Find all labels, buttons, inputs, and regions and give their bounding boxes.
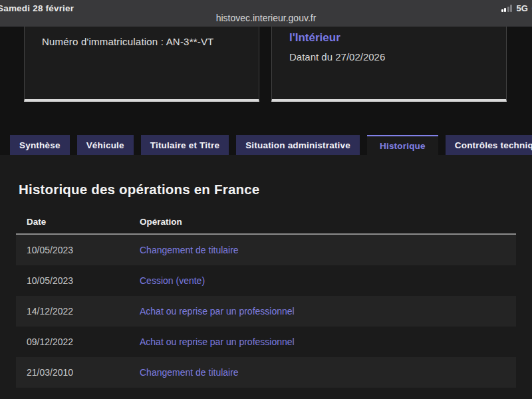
operation-link[interactable]: Achat ou reprise par un professionnel <box>129 336 516 347</box>
panel-title: Historique des opérations en France <box>19 182 532 198</box>
operation-date: 09/12/2022 <box>16 336 129 347</box>
section-tabs: SynthèseVéhiculeTitulaire et TitreSituat… <box>0 135 532 155</box>
report-date: Datant du 27/02/2026 <box>289 51 506 63</box>
table-body: 10/05/2023Changement de titulaire10/05/2… <box>16 235 516 388</box>
table-row: 09/12/2022Achat ou reprise par un profes… <box>16 327 516 357</box>
status-indicators: 5G 6 <box>501 3 532 13</box>
operations-table: Date Opération 10/05/2023Changement de t… <box>16 209 516 388</box>
operation-date: 10/05/2023 <box>16 245 129 255</box>
tab-controles-techniques[interactable]: Contrôles techniques <box>446 135 532 155</box>
operation-link[interactable]: Changement de titulaire <box>129 367 516 378</box>
network-type-label: 5G <box>516 3 527 13</box>
report-title: l'Intérieur <box>289 31 506 45</box>
report-card: l'Intérieur Datant du 27/02/2026 <box>271 27 507 102</box>
operation-date: 14/12/2022 <box>16 306 129 317</box>
registration-number: Numéro d'immatriculation : AN-3**-VT <box>42 36 259 47</box>
cellular-signal-icon <box>501 5 513 12</box>
operation-link[interactable]: Achat ou reprise par un professionnel <box>129 306 516 317</box>
address-bar[interactable]: histovec.interieur.gouv.fr <box>0 13 532 23</box>
system-date: Samedi 28 février <box>0 3 74 13</box>
operation-link[interactable]: Changement de titulaire <box>129 245 516 255</box>
safari-status-bar: Samedi 28 février histovec.interieur.gou… <box>0 0 532 27</box>
summary-cards: Numéro d'immatriculation : AN-3**-VT l'I… <box>0 27 532 104</box>
operation-link[interactable]: Cession (vente) <box>129 275 516 286</box>
tab-historique[interactable]: Historique <box>367 135 438 155</box>
operation-date: 10/05/2023 <box>16 275 129 286</box>
table-row: 10/05/2023Cession (vente) <box>16 265 516 296</box>
screen: Samedi 28 février histovec.interieur.gou… <box>0 0 532 399</box>
table-row: 21/03/2010Changement de titulaire <box>16 357 516 388</box>
operation-date: 21/03/2010 <box>16 367 129 378</box>
table-row: 10/05/2023Changement de titulaire <box>16 235 516 265</box>
table-header: Date Opération <box>16 209 516 235</box>
column-header-date: Date <box>16 217 129 227</box>
registration-card: Numéro d'immatriculation : AN-3**-VT <box>24 27 259 102</box>
tab-synthese[interactable]: Synthèse <box>10 135 70 155</box>
table-row: 14/12/2022Achat ou reprise par un profes… <box>16 296 516 327</box>
tab-situation-administrative[interactable]: Situation administrative <box>236 135 360 155</box>
historique-panel: Historique des opérations en France Date… <box>0 155 532 399</box>
tab-vehicule[interactable]: Véhicule <box>77 135 134 155</box>
tab-titulaire-et-titre[interactable]: Titulaire et Titre <box>141 135 229 155</box>
column-header-operation: Opération <box>129 217 516 227</box>
